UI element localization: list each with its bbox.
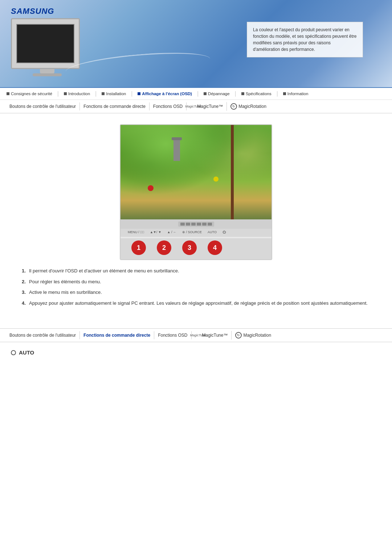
sub-nav-direct-control-label: Fonctions de commande directe xyxy=(83,104,146,109)
monitor-bottom xyxy=(121,219,271,229)
osd-btn-6 xyxy=(208,223,212,226)
source-label: ⊕ / SOURCE xyxy=(182,230,202,234)
monitor-screen xyxy=(121,125,271,219)
sub-nav-user-buttons[interactable]: Boutons de contrôle de l'utilisateur xyxy=(6,102,80,110)
tab-osd[interactable]: Affichage à l'écran (OSD) xyxy=(135,90,195,97)
auto-section: AUTO xyxy=(11,349,381,356)
instruction-text-3: Active le menu mis en surbrillance. xyxy=(29,289,102,295)
sub-nav-magictune[interactable]: MagicTune MagicTune™ xyxy=(187,102,227,111)
magictune-bottom-icon: MagicTune xyxy=(195,332,201,338)
garden-scene xyxy=(121,125,271,219)
tab-bullet xyxy=(241,92,244,95)
tab-installation-label: Installation xyxy=(106,92,126,96)
samsung-logo: SAMSUNG xyxy=(11,7,54,16)
monitor-display-container: MENU / □□ ▲▼/ ▼ ▲ / ← ⊕ / SOURCE AUTO ⏻ … xyxy=(11,124,381,260)
info-text: La couleur et l'aspect du produit peuven… xyxy=(253,27,357,52)
sub-nav-magictune-label: MagicTune™ xyxy=(197,104,223,109)
tab-installation[interactable]: Installation xyxy=(99,90,129,97)
info-box: La couleur et l'aspect du produit peuven… xyxy=(247,22,363,57)
numbered-button-1: 1 xyxy=(131,240,146,255)
tab-separator-5: | xyxy=(234,90,237,97)
tab-introduction[interactable]: Introduction xyxy=(61,90,93,97)
magicrotation-bottom-icon: ↻ xyxy=(235,332,242,339)
tab-separator-1: | xyxy=(57,90,60,97)
tab-information[interactable]: Information xyxy=(280,90,311,97)
numbered-buttons-row: 1 2 3 4 xyxy=(121,238,271,259)
instruction-num-1: 1. xyxy=(22,267,26,275)
tab-bullet xyxy=(102,92,105,95)
instruction-text-1: Il permet d'ouvrir l'OSD et d'activer un… xyxy=(29,268,179,274)
tab-separator-4: | xyxy=(196,90,199,97)
tab-specifications-label: Spécifications xyxy=(246,92,271,96)
numbered-button-2: 2 xyxy=(157,240,171,255)
tree-illustration xyxy=(231,125,234,219)
tab-separator-2: | xyxy=(94,90,97,97)
tab-bullet xyxy=(283,92,286,95)
instructions-list: 1. Il permet d'ouvrir l'OSD et d'activer… xyxy=(22,267,370,307)
sub-nav-magicrotation[interactable]: ↻ MagicRotation xyxy=(227,102,270,111)
sub-nav-bottom-magictune-label: MagicTune™ xyxy=(202,333,228,338)
sub-nav-bottom: Boutons de contrôle de l'utilisateur Fon… xyxy=(0,328,392,342)
osd-btn-4 xyxy=(197,223,201,226)
tab-bullet xyxy=(204,92,207,95)
instruction-text-2: Pour régler les éléments du menu. xyxy=(29,279,101,284)
sub-nav-bottom-magicrotation[interactable]: ↻ MagicRotation xyxy=(232,331,275,340)
header-banner: SAMSUNG La couleur et l'aspect du produi… xyxy=(0,0,392,87)
instruction-item-4: 4. Appuyez pour ajuster automatiquement … xyxy=(22,300,370,307)
num-btn-1-label: 1 xyxy=(137,244,140,252)
tab-bullet xyxy=(64,92,67,95)
sub-nav-bottom-osd[interactable]: Fonctions OSD xyxy=(154,331,191,339)
tab-separator-6: | xyxy=(276,90,279,97)
sub-nav-bottom-user-buttons[interactable]: Boutons de contrôle de l'utilisateur xyxy=(6,331,80,339)
red-balloon xyxy=(148,185,154,191)
tab-consignes[interactable]: Consignes de sécurité xyxy=(4,90,55,97)
instruction-item-1: 1. Il permet d'ouvrir l'OSD et d'activer… xyxy=(22,267,370,275)
tab-consignes-label: Consignes de sécurité xyxy=(11,92,52,96)
brightness-label: ▲▼/ ▼ xyxy=(150,230,162,234)
power-label: ⏻ xyxy=(222,230,226,234)
instruction-num-4: 4. xyxy=(22,300,26,307)
instruction-num-2: 2. xyxy=(22,278,26,285)
auto-label: AUTO xyxy=(208,230,217,234)
monitor-controls: MENU / □□ ▲▼/ ▼ ▲ / ← ⊕ / SOURCE AUTO ⏻ xyxy=(121,229,271,237)
osd-button-strip xyxy=(178,222,214,227)
instruction-item-2: 2. Pour régler les éléments du menu. xyxy=(22,278,370,285)
tab-introduction-label: Introduction xyxy=(68,92,90,96)
sub-nav-direct-control[interactable]: Fonctions de commande directe xyxy=(80,102,150,110)
auto-label: AUTO xyxy=(19,349,34,356)
num-btn-3-label: 3 xyxy=(188,244,191,252)
osd-btn-1 xyxy=(180,223,185,226)
num-btn-4-label: 4 xyxy=(213,244,217,252)
main-content: MENU / □□ ▲▼/ ▼ ▲ / ← ⊕ / SOURCE AUTO ⏻ … xyxy=(0,113,392,321)
sub-nav-fonctions-osd-label: Fonctions OSD xyxy=(153,104,183,109)
osd-btn-2 xyxy=(186,223,190,226)
sub-nav-bottom-direct[interactable]: Fonctions de commande directe xyxy=(80,331,154,339)
sub-nav-bottom-osd-label: Fonctions OSD xyxy=(158,333,187,338)
sub-nav-bottom-direct-label: Fonctions de commande directe xyxy=(83,333,150,338)
sub-nav-magicrotation-label: MagicRotation xyxy=(238,104,266,109)
sub-nav-fonctions-osd[interactable]: Fonctions OSD xyxy=(150,102,187,110)
sub-nav-user-buttons-label: Boutons de contrôle de l'utilisateur xyxy=(9,104,76,109)
sub-nav-bottom-user-label: Boutons de contrôle de l'utilisateur xyxy=(9,333,76,338)
tab-depannage-label: Dépannage xyxy=(208,92,229,96)
tab-information-label: Information xyxy=(287,92,309,96)
numbered-button-4: 4 xyxy=(208,240,222,255)
tab-specifications[interactable]: Spécifications xyxy=(238,90,274,97)
auto-circle-icon xyxy=(11,350,16,355)
pagoda-illustration xyxy=(173,139,180,161)
nav-tabs: Consignes de sécurité | Introduction | I… xyxy=(0,87,392,100)
tab-osd-label: Affichage à l'écran (OSD) xyxy=(142,92,192,96)
tab-separator-3: | xyxy=(130,90,133,97)
monitor-display: MENU / □□ ▲▼/ ▼ ▲ / ← ⊕ / SOURCE AUTO ⏻ … xyxy=(120,124,272,260)
sub-nav-top: Boutons de contrôle de l'utilisateur Fon… xyxy=(0,100,392,113)
sub-nav-bottom-magictune[interactable]: MagicTune MagicTune™ xyxy=(192,331,232,340)
numbered-button-3: 3 xyxy=(182,240,197,255)
magicrotation-icon: ↻ xyxy=(230,103,237,110)
yellow-balloon xyxy=(213,177,219,182)
swirl-decoration xyxy=(65,48,211,83)
tab-depannage[interactable]: Dépannage xyxy=(201,90,232,97)
osd-btn-3 xyxy=(191,223,196,226)
num-btn-2-label: 2 xyxy=(162,244,166,252)
sub-nav-bottom-magicrotation-label: MagicRotation xyxy=(243,333,271,338)
tab-bullet-active xyxy=(138,92,140,95)
